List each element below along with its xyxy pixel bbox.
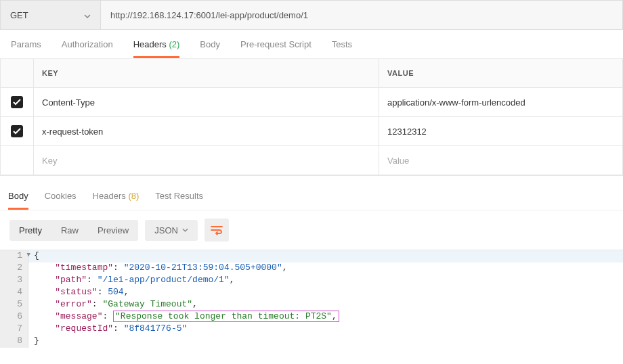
tab-prerequest[interactable]: Pre-request Script: [240, 39, 312, 58]
tab-body[interactable]: Body: [200, 39, 220, 58]
cell-key[interactable]: x-request-token: [33, 117, 379, 145]
line-number: 3: [0, 275, 28, 287]
line-number: 1▼: [0, 250, 28, 263]
chevron-down-icon: [182, 228, 188, 232]
wrap-toggle[interactable]: [205, 219, 229, 242]
url-input[interactable]: http://192.168.124.17:6001/lei-app/produ…: [101, 1, 622, 29]
headers-table-head: KEY VALUE: [1, 59, 622, 88]
line-number: 4: [0, 287, 28, 299]
tab-headers-count: (2): [169, 39, 179, 49]
headers-table: KEY VALUE Content-Type application/x-www…: [0, 59, 623, 176]
preview-button[interactable]: Preview: [88, 220, 138, 241]
pretty-button[interactable]: Pretty: [9, 220, 51, 241]
rtab-cookies[interactable]: Cookies: [45, 191, 77, 210]
tab-authorization[interactable]: Authorization: [62, 39, 113, 58]
tab-headers-label: Headers: [133, 39, 167, 49]
row-checkbox[interactable]: [11, 96, 23, 108]
table-row: x-request-token 12312312: [1, 117, 622, 146]
raw-button[interactable]: Raw: [51, 220, 88, 241]
key-placeholder[interactable]: Key: [33, 146, 379, 175]
row-checkbox[interactable]: [11, 125, 23, 137]
cell-value[interactable]: 12312312: [379, 117, 622, 145]
rtab-headers-label: Headers: [93, 191, 126, 201]
view-mode-group: Pretty Raw Preview: [9, 220, 138, 241]
col-key: KEY: [33, 59, 379, 87]
wrap-icon: [211, 225, 223, 235]
line-number: 7: [0, 323, 28, 336]
method-label: GET: [10, 10, 28, 20]
fold-icon[interactable]: ▼: [27, 252, 30, 258]
rtab-testresults[interactable]: Test Results: [155, 191, 203, 210]
line-number: 6: [0, 311, 28, 323]
request-tabs: Params Authorization Headers (2) Body Pr…: [0, 30, 623, 59]
cell-value[interactable]: application/x-www-form-urlencoded: [379, 88, 622, 116]
rtab-body[interactable]: Body: [8, 191, 28, 210]
response-body[interactable]: 1▼{ 2 "timestamp": "2020-10-21T13:59:04.…: [0, 250, 623, 348]
tab-tests[interactable]: Tests: [332, 39, 352, 58]
response-toolbar: Pretty Raw Preview JSON: [0, 210, 623, 250]
line-number: 2: [0, 263, 28, 275]
rtab-headers-count: (8): [128, 191, 139, 201]
value-placeholder[interactable]: Value: [379, 146, 622, 175]
tab-params[interactable]: Params: [11, 39, 41, 58]
cell-key[interactable]: Content-Type: [33, 88, 379, 116]
tab-headers[interactable]: Headers (2): [133, 39, 180, 58]
response-tabs: Body Cookies Headers (8) Test Results: [0, 181, 623, 210]
chevron-down-icon: [84, 10, 91, 20]
highlighted-message: "Response took longer than timeout: PT2S…: [113, 311, 339, 322]
table-row: Content-Type application/x-www-form-urle…: [1, 88, 622, 117]
method-select[interactable]: GET: [1, 1, 101, 29]
line-number: 8: [0, 336, 28, 348]
table-row-new[interactable]: Key Value: [1, 146, 622, 175]
format-label: JSON: [154, 225, 178, 235]
rtab-headers[interactable]: Headers (8): [93, 191, 139, 210]
line-number: 5: [0, 299, 28, 311]
col-value: VALUE: [379, 59, 622, 87]
format-select[interactable]: JSON: [145, 220, 198, 241]
request-bar: GET http://192.168.124.17:6001/lei-app/p…: [0, 0, 623, 30]
